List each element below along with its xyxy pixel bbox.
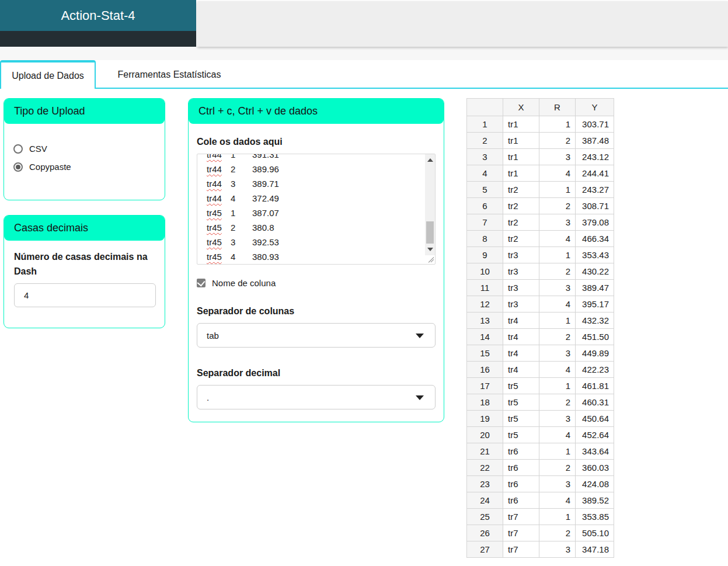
cell-y[interactable]: 424.08 (576, 476, 614, 492)
row-number-cell[interactable]: 3 (467, 149, 503, 165)
cell-r[interactable]: 3 (539, 541, 576, 558)
column-name-checkbox-row[interactable]: Nome de coluna (197, 278, 436, 288)
cell-y[interactable]: 422.23 (576, 362, 614, 378)
cell-y[interactable]: 389.47 (576, 280, 614, 296)
row-number-cell[interactable]: 22 (467, 460, 503, 476)
cell-y[interactable]: 303.71 (576, 116, 614, 133)
cell-r[interactable]: 2 (539, 198, 576, 214)
radio-option-csv[interactable]: CSV (13, 144, 155, 154)
cell-r[interactable]: 2 (539, 394, 576, 411)
cell-r[interactable]: 4 (539, 362, 576, 378)
cell-r[interactable]: 2 (539, 525, 576, 541)
row-number-cell[interactable]: 8 (467, 231, 503, 247)
cell-r[interactable]: 1 (539, 312, 576, 329)
cell-x[interactable]: tr3 (503, 247, 539, 263)
cell-y[interactable]: 387.48 (576, 133, 614, 149)
cell-y[interactable]: 461.81 (576, 378, 614, 394)
checkbox-checked-icon[interactable] (197, 279, 205, 287)
cell-y[interactable]: 395.17 (576, 296, 614, 312)
cell-x[interactable]: tr4 (503, 329, 539, 345)
cell-x[interactable]: tr3 (503, 263, 539, 280)
cell-x[interactable]: tr3 (503, 280, 539, 296)
decimals-input[interactable] (14, 283, 156, 307)
cell-x[interactable]: tr5 (503, 411, 539, 427)
cell-y[interactable]: 450.64 (576, 411, 614, 427)
cell-y[interactable]: 430.22 (576, 263, 614, 280)
cell-y[interactable]: 451.50 (576, 329, 614, 345)
cell-r[interactable]: 2 (539, 329, 576, 345)
cell-r[interactable]: 4 (539, 492, 576, 509)
row-number-cell[interactable]: 26 (467, 525, 503, 541)
cell-x[interactable]: tr3 (503, 296, 539, 312)
scroll-up-icon[interactable] (427, 158, 433, 162)
cell-x[interactable]: tr2 (503, 198, 539, 214)
cell-x[interactable]: tr2 (503, 182, 539, 198)
cell-r[interactable]: 3 (539, 214, 576, 231)
cell-y[interactable]: 449.89 (576, 345, 614, 362)
cell-r[interactable]: 2 (539, 460, 576, 476)
row-number-cell[interactable]: 5 (467, 182, 503, 198)
cell-r[interactable]: 1 (539, 116, 576, 133)
cell-y[interactable]: 466.34 (576, 231, 614, 247)
row-number-cell[interactable]: 19 (467, 411, 503, 427)
scrollbar-thumb[interactable] (426, 221, 434, 244)
row-number-cell[interactable]: 16 (467, 362, 503, 378)
column-separator-select[interactable]: tab (197, 323, 436, 348)
row-number-cell[interactable]: 7 (467, 214, 503, 231)
cell-x[interactable]: tr2 (503, 231, 539, 247)
cell-y[interactable]: 379.08 (576, 214, 614, 231)
cell-y[interactable]: 360.03 (576, 460, 614, 476)
row-number-cell[interactable]: 13 (467, 312, 503, 329)
paste-data-textarea[interactable]: tr441391.31tr442389.96tr443389.71tr44437… (197, 154, 436, 265)
cell-y[interactable]: 460.31 (576, 394, 614, 411)
cell-x[interactable]: tr7 (503, 509, 539, 525)
row-number-cell[interactable]: 12 (467, 296, 503, 312)
cell-y[interactable]: 243.27 (576, 182, 614, 198)
cell-y[interactable]: 432.32 (576, 312, 614, 329)
cell-y[interactable]: 343.64 (576, 443, 614, 460)
row-number-cell[interactable]: 6 (467, 198, 503, 214)
cell-r[interactable]: 3 (539, 411, 576, 427)
cell-y[interactable]: 353.85 (576, 509, 614, 525)
row-number-cell[interactable]: 4 (467, 165, 503, 182)
cell-x[interactable]: tr6 (503, 492, 539, 509)
cell-x[interactable]: tr1 (503, 165, 539, 182)
resize-grip-icon[interactable] (426, 255, 434, 263)
cell-r[interactable]: 3 (539, 149, 576, 165)
cell-x[interactable]: tr4 (503, 312, 539, 329)
row-number-cell[interactable]: 10 (467, 263, 503, 280)
row-number-cell[interactable]: 1 (467, 116, 503, 133)
radio-option-copypaste[interactable]: Copypaste (13, 162, 155, 172)
cell-r[interactable]: 3 (539, 476, 576, 492)
decimal-separator-select[interactable]: . (197, 385, 436, 409)
cell-r[interactable]: 1 (539, 378, 576, 394)
tab-ferramentas-estatisticas[interactable]: Ferramentas Estatísticas (96, 60, 242, 89)
cell-x[interactable]: tr5 (503, 394, 539, 411)
row-number-cell[interactable]: 11 (467, 280, 503, 296)
row-number-cell[interactable]: 18 (467, 394, 503, 411)
cell-r[interactable]: 3 (539, 345, 576, 362)
cell-r[interactable]: 2 (539, 263, 576, 280)
cell-y[interactable]: 244.41 (576, 165, 614, 182)
cell-x[interactable]: tr5 (503, 427, 539, 443)
cell-r[interactable]: 1 (539, 247, 576, 263)
scroll-down-icon[interactable] (427, 248, 433, 251)
row-number-cell[interactable]: 9 (467, 247, 503, 263)
cell-x[interactable]: tr4 (503, 362, 539, 378)
cell-r[interactable]: 4 (539, 427, 576, 443)
cell-x[interactable]: tr6 (503, 460, 539, 476)
cell-x[interactable]: tr1 (503, 133, 539, 149)
cell-x[interactable]: tr7 (503, 525, 539, 541)
textarea-scrollbar[interactable] (425, 154, 435, 255)
cell-x[interactable]: tr5 (503, 378, 539, 394)
row-number-cell[interactable]: 21 (467, 443, 503, 460)
row-number-cell[interactable]: 27 (467, 541, 503, 558)
row-number-cell[interactable]: 25 (467, 509, 503, 525)
cell-y[interactable]: 308.71 (576, 198, 614, 214)
row-number-cell[interactable]: 14 (467, 329, 503, 345)
cell-x[interactable]: tr6 (503, 476, 539, 492)
row-number-cell[interactable]: 20 (467, 427, 503, 443)
row-number-cell[interactable]: 2 (467, 133, 503, 149)
cell-r[interactable]: 1 (539, 443, 576, 460)
cell-r[interactable]: 4 (539, 296, 576, 312)
